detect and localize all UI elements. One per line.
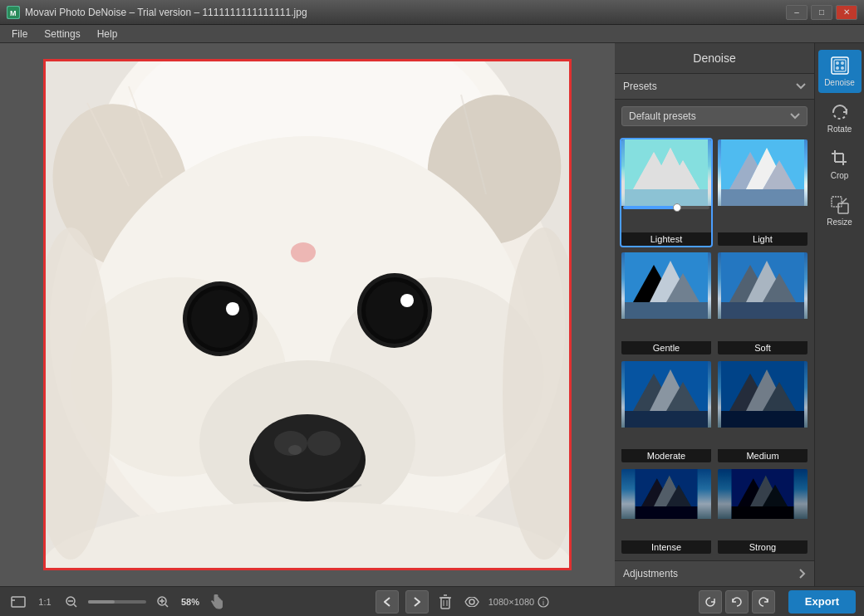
window-controls: – □ ✕ bbox=[786, 5, 857, 20]
export-button[interactable]: Export bbox=[788, 590, 856, 614]
svg-rect-75 bbox=[834, 60, 846, 71]
zoom-slider[interactable] bbox=[88, 600, 146, 604]
preset-intense-label: Intense bbox=[621, 540, 711, 554]
preset-lightest-label: Lightest bbox=[621, 232, 711, 246]
dropdown-label: Default presets bbox=[629, 110, 696, 122]
svg-point-13 bbox=[253, 414, 361, 489]
titlebar: M Movavi Photo DeNoise – Trial version –… bbox=[0, 0, 864, 25]
presets-grid: Lightest bbox=[615, 133, 814, 560]
dog-svg bbox=[46, 61, 569, 568]
zoom-in-button[interactable] bbox=[153, 592, 173, 612]
window-title: Movavi Photo DeNoise – Trial version – 1… bbox=[25, 7, 307, 18]
svg-rect-84 bbox=[832, 197, 842, 207]
image-size-info: 1080×1080 i bbox=[488, 596, 549, 608]
bottombar: 1:1 58% bbox=[0, 586, 864, 616]
preview-button[interactable] bbox=[462, 592, 482, 612]
svg-point-16 bbox=[288, 445, 302, 455]
presets-header[interactable]: Presets bbox=[615, 74, 814, 100]
preset-gentle[interactable]: Gentle bbox=[620, 251, 713, 355]
pan-tool-button[interactable] bbox=[206, 592, 226, 612]
denoise-title: Denoise bbox=[615, 43, 814, 74]
preset-soft[interactable]: Soft bbox=[716, 251, 809, 355]
tool-icons: Denoise Rotate Crop bbox=[814, 43, 864, 586]
maximize-button[interactable]: □ bbox=[811, 5, 832, 20]
preset-moderate[interactable]: Moderate bbox=[620, 359, 713, 464]
preset-lightest[interactable]: Lightest bbox=[620, 138, 713, 247]
hand-icon bbox=[209, 594, 223, 609]
tool-resize[interactable]: Resize bbox=[818, 189, 862, 232]
tool-denoise[interactable]: Denoise bbox=[818, 50, 862, 93]
preset-strong[interactable]: Strong bbox=[716, 467, 809, 555]
zoom-1to1-label: 1:1 bbox=[38, 597, 51, 607]
redo-icon bbox=[758, 596, 769, 608]
svg-point-26 bbox=[406, 295, 413, 301]
info-icon: i bbox=[538, 596, 549, 608]
menu-help[interactable]: Help bbox=[89, 27, 126, 42]
redo-button[interactable] bbox=[752, 590, 775, 614]
svg-point-101 bbox=[469, 599, 474, 604]
preset-strong-label: Strong bbox=[718, 540, 808, 554]
app-icon: M bbox=[7, 6, 20, 19]
adjustments-header[interactable]: Adjustments bbox=[615, 560, 814, 586]
prev-button[interactable] bbox=[376, 590, 399, 614]
zoom-slider-container[interactable] bbox=[88, 600, 146, 604]
preset-light[interactable]: Light bbox=[716, 138, 809, 247]
dropdown-chevron-icon bbox=[790, 113, 800, 120]
svg-rect-87 bbox=[12, 597, 25, 607]
image-dimensions: 1080×1080 bbox=[488, 597, 534, 607]
svg-rect-85 bbox=[838, 203, 848, 213]
svg-point-79 bbox=[841, 66, 844, 70]
preset-medium[interactable]: Medium bbox=[716, 359, 809, 464]
minimize-button[interactable]: – bbox=[786, 5, 808, 20]
delete-button[interactable] bbox=[435, 592, 455, 612]
svg-rect-48 bbox=[625, 302, 708, 319]
presets-dropdown[interactable]: Default presets bbox=[621, 106, 808, 126]
rotate-reset-button[interactable] bbox=[699, 590, 722, 614]
svg-point-21 bbox=[232, 303, 238, 310]
next-icon bbox=[414, 597, 420, 607]
tool-resize-label: Resize bbox=[827, 218, 852, 227]
menu-file[interactable]: File bbox=[3, 27, 36, 42]
rotate-icon bbox=[830, 102, 850, 122]
svg-point-78 bbox=[836, 66, 839, 70]
zoom-out-button[interactable] bbox=[61, 592, 81, 612]
svg-text:i: i bbox=[542, 599, 544, 607]
svg-point-15 bbox=[307, 431, 341, 456]
svg-rect-73 bbox=[732, 506, 794, 519]
undo-icon bbox=[731, 596, 743, 608]
svg-rect-43 bbox=[721, 189, 804, 206]
svg-rect-96 bbox=[441, 598, 449, 609]
close-button[interactable]: ✕ bbox=[836, 5, 857, 20]
svg-point-27 bbox=[291, 242, 316, 262]
svg-rect-63 bbox=[721, 411, 804, 428]
eye-icon bbox=[464, 597, 479, 607]
lightest-slider[interactable] bbox=[623, 206, 709, 209]
crop-icon bbox=[830, 149, 850, 169]
zoom-percentage: 58% bbox=[181, 597, 199, 607]
svg-point-77 bbox=[841, 61, 844, 65]
zoom-in-icon bbox=[157, 596, 169, 608]
tool-denoise-label: Denoise bbox=[824, 78, 855, 87]
svg-rect-38 bbox=[625, 189, 708, 206]
dog-image bbox=[46, 61, 569, 568]
svg-rect-58 bbox=[625, 411, 708, 428]
trash-icon bbox=[439, 594, 452, 609]
svg-point-76 bbox=[836, 61, 839, 65]
tool-rotate[interactable]: Rotate bbox=[818, 96, 862, 139]
preset-gentle-label: Gentle bbox=[621, 341, 711, 354]
svg-rect-53 bbox=[721, 302, 804, 319]
svg-rect-68 bbox=[636, 506, 698, 519]
zoom-1to1-button[interactable]: 1:1 bbox=[35, 592, 55, 612]
menu-settings[interactable]: Settings bbox=[36, 27, 88, 42]
preset-light-label: Light bbox=[718, 232, 808, 246]
canvas-area bbox=[0, 43, 615, 586]
main-area: Denoise Presets Default presets bbox=[0, 43, 864, 586]
fit-view-icon[interactable] bbox=[8, 592, 28, 612]
preset-intense[interactable]: Intense bbox=[620, 467, 713, 555]
undo-button[interactable] bbox=[725, 590, 749, 614]
svg-point-24 bbox=[366, 281, 424, 340]
next-button[interactable] bbox=[405, 590, 429, 614]
presets-label: Presets bbox=[623, 81, 657, 92]
rotate-controls bbox=[699, 590, 775, 614]
tool-crop[interactable]: Crop bbox=[818, 143, 862, 186]
